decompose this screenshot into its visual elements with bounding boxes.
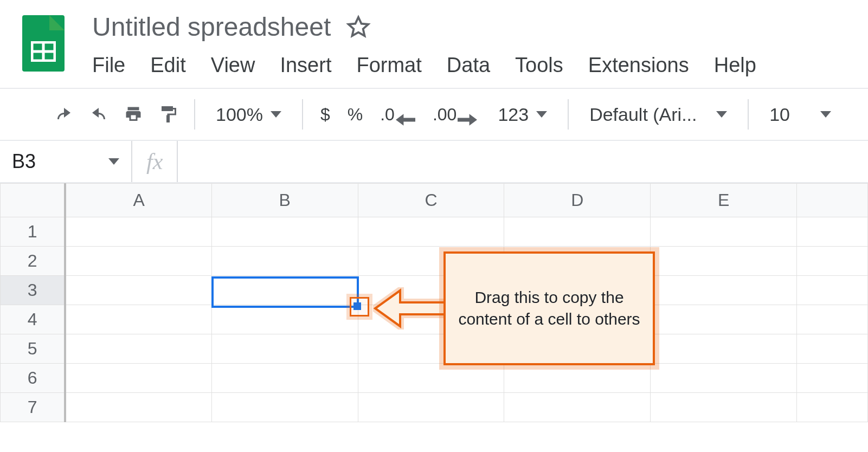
cell-e2[interactable] (651, 247, 797, 276)
cell-reference: B3 (12, 150, 98, 173)
formula-bar: B3 fx (0, 141, 868, 183)
cell-b6[interactable] (211, 364, 358, 393)
row-header-1[interactable]: 1 (1, 217, 66, 247)
undo-button[interactable] (49, 99, 79, 130)
chevron-down-icon (716, 111, 727, 118)
column-header-c[interactable]: C (358, 184, 504, 217)
toolbar-separator (568, 99, 569, 130)
row-header-7[interactable]: 7 (1, 393, 66, 422)
print-icon (124, 105, 143, 124)
menu-edit[interactable]: Edit (150, 54, 185, 77)
font-size-dropdown[interactable]: 10 (760, 104, 841, 125)
cell-b5[interactable] (211, 334, 358, 364)
redo-icon (89, 105, 108, 124)
menu-tools[interactable]: Tools (515, 54, 563, 77)
menu-bar: File Edit View Insert Format Data Tools … (92, 42, 857, 88)
cell-a7[interactable] (65, 393, 211, 422)
cell-a1[interactable] (65, 217, 211, 247)
menu-view[interactable]: View (211, 54, 255, 77)
chevron-down-icon (536, 111, 547, 118)
row-header-3[interactable]: 3 (1, 276, 66, 305)
chevron-down-icon (820, 111, 831, 118)
menu-help[interactable]: Help (714, 54, 756, 77)
column-header-b[interactable]: B (211, 184, 358, 217)
cell-e5[interactable] (651, 334, 797, 364)
paint-roller-icon (158, 105, 178, 124)
star-icon[interactable] (346, 15, 371, 40)
cell-b4[interactable] (211, 305, 358, 334)
redo-button[interactable] (83, 99, 114, 130)
name-box[interactable]: B3 (0, 141, 132, 182)
arrow-left-small-icon (396, 110, 415, 130)
cell-b2[interactable] (211, 247, 358, 276)
cell-d6[interactable] (504, 364, 651, 393)
column-header-e[interactable]: E (651, 184, 797, 217)
cell-e7[interactable] (651, 393, 797, 422)
more-formats-dropdown[interactable]: 123 (488, 104, 557, 125)
column-header-a[interactable]: A (65, 184, 211, 217)
zoom-dropdown[interactable]: 100% (206, 104, 291, 125)
increase-decimal-button[interactable]: .00 (426, 99, 484, 130)
cell-c6[interactable] (358, 364, 504, 393)
menu-extensions[interactable]: Extensions (588, 54, 689, 77)
select-all-corner[interactable] (1, 184, 66, 217)
row-header-2[interactable]: 2 (1, 247, 66, 276)
menu-file[interactable]: File (92, 54, 125, 77)
cell-c7[interactable] (358, 393, 504, 422)
annotation-arrow (373, 287, 446, 330)
annotation-callout: Drag this to copy the content of a cell … (443, 251, 655, 365)
menu-data[interactable]: Data (447, 54, 490, 77)
cell-d7[interactable] (504, 393, 651, 422)
menu-format[interactable]: Format (356, 54, 421, 77)
paint-format-button[interactable] (153, 99, 183, 130)
app-logo[interactable] (11, 5, 76, 72)
cell-a3[interactable] (65, 276, 211, 305)
app-header: Untitled spreadsheet File Edit View Inse… (0, 0, 868, 89)
cell-d1[interactable] (504, 217, 651, 247)
currency-button[interactable]: $ (314, 99, 337, 130)
toolbar-separator (302, 99, 303, 130)
arrow-right-small-icon (458, 110, 477, 130)
cell-a4[interactable] (65, 305, 211, 334)
cell-b1[interactable] (211, 217, 358, 247)
annotation-text: Drag this to copy the content of a cell … (456, 287, 642, 331)
cell-c1[interactable] (358, 217, 504, 247)
toolbar-separator (194, 99, 195, 130)
cell-e4[interactable] (651, 305, 797, 334)
row-header-4[interactable]: 4 (1, 305, 66, 334)
document-title[interactable]: Untitled spreadsheet (92, 12, 331, 42)
percent-button[interactable]: % (341, 99, 369, 130)
cell-a2[interactable] (65, 247, 211, 276)
cell-b7[interactable] (211, 393, 358, 422)
column-header-extra[interactable] (797, 184, 868, 217)
cell-e6[interactable] (651, 364, 797, 393)
spreadsheet-grid: A B C D E 1 2 3 4 5 6 7 Drag this to cop… (0, 183, 868, 422)
chevron-down-icon (271, 111, 281, 118)
print-button[interactable] (118, 99, 149, 130)
toolbar: 100% $ % .0 .00 123 Default (Ari... 10 (0, 89, 868, 141)
cell-a6[interactable] (65, 364, 211, 393)
column-header-d[interactable]: D (504, 184, 651, 217)
undo-icon (54, 105, 74, 124)
chevron-down-icon (108, 158, 119, 165)
toolbar-separator (748, 99, 749, 130)
row-header-6[interactable]: 6 (1, 364, 66, 393)
font-family-dropdown[interactable]: Default (Ari... (580, 104, 737, 125)
zoom-value: 100% (216, 104, 263, 125)
cell-e3[interactable] (651, 276, 797, 305)
cell-e1[interactable] (651, 217, 797, 247)
menu-insert[interactable]: Insert (280, 54, 331, 77)
cell-a5[interactable] (65, 334, 211, 364)
sheets-icon (31, 41, 56, 62)
fx-label: fx (132, 141, 178, 182)
cell-b3[interactable] (211, 276, 358, 305)
row-header-5[interactable]: 5 (1, 334, 66, 364)
decrease-decimal-button[interactable]: .0 (374, 99, 422, 130)
